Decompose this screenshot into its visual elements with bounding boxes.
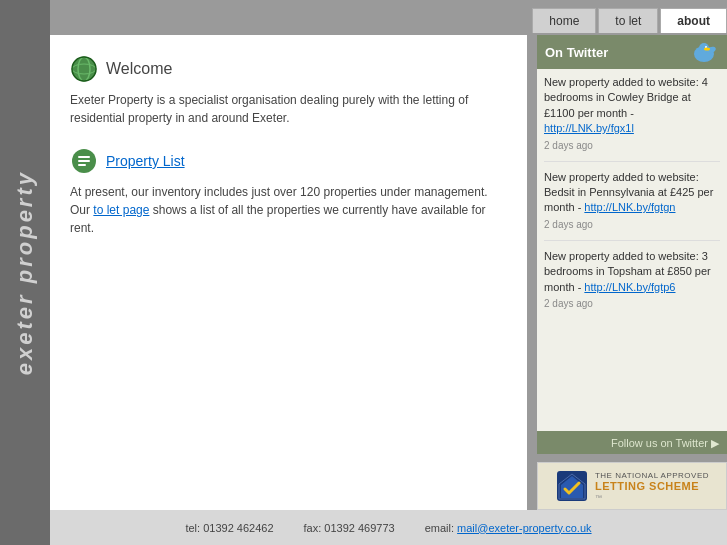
tweet-2-time: 2 days ago xyxy=(544,218,720,232)
tweet-3: New property added to website: 3 bedroom… xyxy=(544,249,720,319)
svg-point-12 xyxy=(704,48,710,51)
sidebar-brand-text: exeter property xyxy=(12,170,38,375)
main-wrapper: home to let about Welcome Exeter Propert… xyxy=(50,0,727,545)
twitter-footer: Follow us on Twitter ▶ xyxy=(537,431,727,454)
property-body: At present, our inventory includes just … xyxy=(70,183,507,237)
twitter-header: On Twitter xyxy=(537,35,727,69)
property-header: Property List xyxy=(70,147,507,175)
footer-email-link[interactable]: mail@exeter-property.co.uk xyxy=(457,522,591,534)
badge-text-area: The National Approved LETTING SCHEME ™ xyxy=(595,471,709,500)
twitter-header-text: On Twitter xyxy=(545,45,608,60)
svg-rect-7 xyxy=(78,164,86,166)
nav-to-let-button[interactable]: to let xyxy=(598,8,658,33)
nav-about-button[interactable]: about xyxy=(660,8,727,33)
twitter-content: New property added to website: 4 bedroom… xyxy=(537,69,727,431)
tweet-1-time: 2 days ago xyxy=(544,139,720,153)
tweet-1-link[interactable]: http://LNK.by/fgx1l xyxy=(544,122,634,134)
tweet-3-time: 2 days ago xyxy=(544,297,720,311)
tweet-2: New property added to website: Bedsit in… xyxy=(544,170,720,241)
top-nav: home to let about xyxy=(530,0,727,33)
twitter-box: On Twitter New property added to website… xyxy=(537,35,727,454)
badge-main-text: LETTING SCHEME xyxy=(595,480,709,493)
welcome-header: Welcome xyxy=(70,55,507,83)
welcome-section: Welcome Exeter Property is a specialist … xyxy=(70,55,507,127)
badge-tm: ™ xyxy=(595,494,602,501)
welcome-icon xyxy=(70,55,98,83)
letting-scheme-icon xyxy=(555,469,589,503)
letting-scheme-badge: The National Approved LETTING SCHEME ™ xyxy=(537,462,727,510)
twitter-bird-icon xyxy=(689,40,719,64)
sidebar: exeter property xyxy=(0,0,50,545)
footer-fax: fax: 01392 469773 xyxy=(304,522,395,534)
footer: tel: 01392 462462 fax: 01392 469773 emai… xyxy=(50,510,727,545)
nav-home-button[interactable]: home xyxy=(532,8,596,33)
tweet-1: New property added to website: 4 bedroom… xyxy=(544,75,720,162)
footer-tel: tel: 01392 462462 xyxy=(185,522,273,534)
tweet-2-link[interactable]: http://LNK.by/fgtgn xyxy=(584,201,675,213)
property-list-icon xyxy=(70,147,98,175)
welcome-title: Welcome xyxy=(106,60,172,78)
svg-rect-5 xyxy=(78,156,90,158)
right-sidebar: On Twitter New property added to website… xyxy=(537,35,727,510)
to-let-page-link[interactable]: to let page xyxy=(93,203,149,217)
tweet-3-link[interactable]: http://LNK.by/fgtp6 xyxy=(584,281,675,293)
follow-twitter-link[interactable]: Follow us on Twitter ▶ xyxy=(611,437,719,449)
property-section: Property List At present, our inventory … xyxy=(70,147,507,237)
welcome-body: Exeter Property is a specialist organisa… xyxy=(70,91,507,127)
property-list-link[interactable]: Property List xyxy=(106,153,185,169)
badge-small-text: The National Approved xyxy=(595,471,709,480)
content-pane: Welcome Exeter Property is a specialist … xyxy=(50,35,527,510)
svg-rect-6 xyxy=(78,160,90,162)
footer-email: email: mail@exeter-property.co.uk xyxy=(425,522,592,534)
